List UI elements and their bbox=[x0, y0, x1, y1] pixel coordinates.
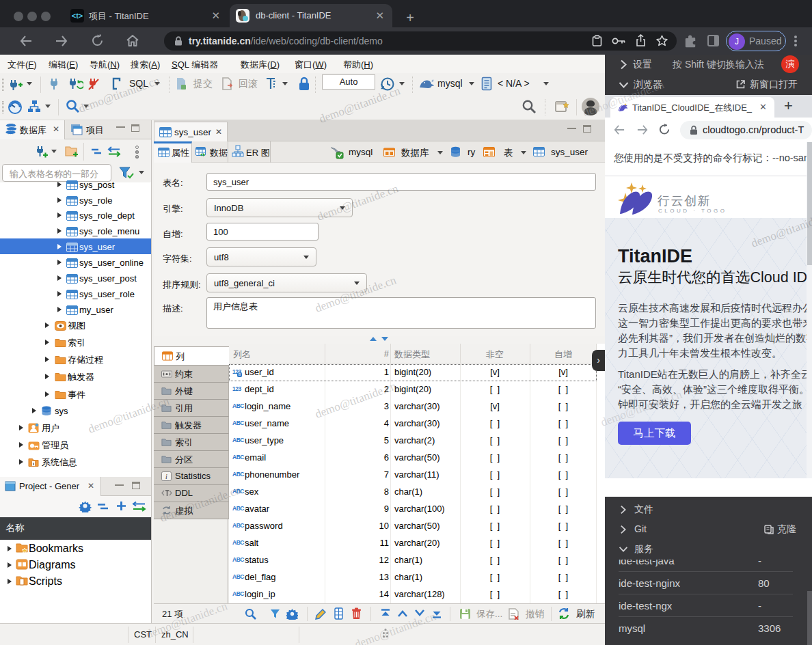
svg-text:i: i bbox=[33, 461, 34, 467]
svg-text:i: i bbox=[165, 473, 167, 480]
